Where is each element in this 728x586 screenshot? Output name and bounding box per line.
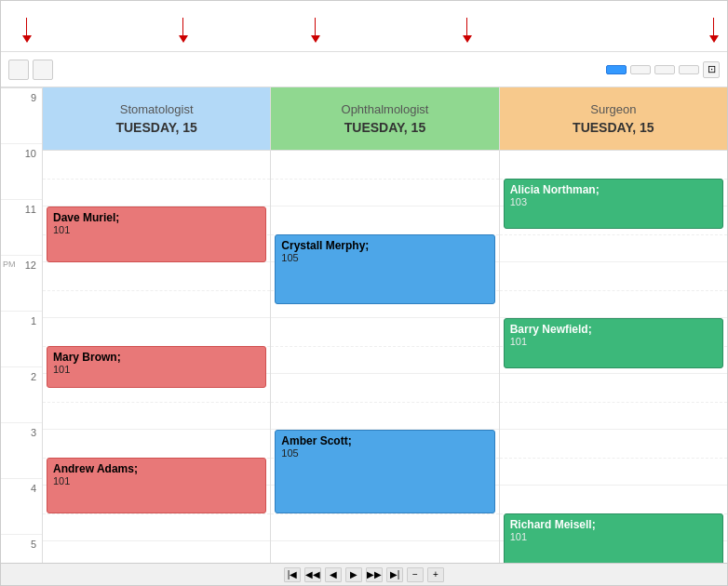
time-slot-11: 11 <box>1 200 42 256</box>
resource-name-stomatologist: Stomatologist <box>120 102 194 116</box>
time-slot-12: PM12 <box>1 256 42 312</box>
calendar-dropdown-button[interactable] <box>72 60 92 80</box>
prev-jump-button[interactable]: ◀◀ <box>304 567 321 582</box>
resource-date-stomatologist: TUESDAY, 15 <box>115 120 196 135</box>
resource-name-surgeon: Surgeon <box>590 102 636 116</box>
appointment-room: 101 <box>53 475 260 486</box>
grid-half-slot <box>43 402 270 403</box>
resource-header-surgeon: SurgeonTUESDAY, 15 <box>500 87 727 151</box>
zoom-in-button[interactable]: + <box>427 567 444 582</box>
resource-body-surgeon: Alicia Northman;103Barry Newfield;101Ric… <box>500 151 727 563</box>
pm-label: PM <box>3 260 16 269</box>
resource-name-ophthalmologist: Ophthalmologist <box>342 102 429 116</box>
prev-button[interactable] <box>8 60 29 80</box>
grid-half-slot <box>271 346 498 347</box>
next-button[interactable] <box>33 60 53 80</box>
month-view-button[interactable] <box>679 65 699 74</box>
resource-body-stomatologist: Dave Muriel;101Mary Brown;101Andrew Adam… <box>43 151 270 563</box>
grid-half-slot <box>500 234 727 235</box>
resource-body-ophthalmologist: Crystall Merphy;105Amber Scott;105 <box>271 151 498 563</box>
appointment-name: Alicia Northman; <box>510 183 717 196</box>
grid-slot <box>43 541 270 563</box>
resource-column-ophthalmologist: OphthalmologistTUESDAY, 15Crystall Merph… <box>271 87 499 563</box>
zoom-out-button[interactable]: − <box>407 567 424 582</box>
time-slot-10: 10 <box>1 144 42 200</box>
appointment-richard-meisell[interactable]: Richard Meisell;101 <box>504 513 723 563</box>
appointment-name: Barry Newfield; <box>510 323 717 336</box>
grid-half-slot <box>271 402 498 403</box>
appointment-name: Mary Brown; <box>53 351 260 364</box>
next-page-button[interactable]: ▶ <box>345 567 362 582</box>
time-slot-4: 4 <box>1 479 42 535</box>
prev-page-button[interactable]: ◀ <box>325 567 342 582</box>
work-week-view-button[interactable] <box>630 65 651 74</box>
annotation-bar <box>1 1 727 52</box>
time-column: 91011PM1212345 <box>1 87 43 563</box>
appointment-crystall-merphy[interactable]: Crystall Merphy;105 <box>275 234 494 304</box>
appointment-alicia-northman[interactable]: Alicia Northman;103 <box>504 179 723 229</box>
appointment-barry-newfield[interactable]: Barry Newfield;101 <box>504 318 723 368</box>
appointment-room: 101 <box>53 364 260 375</box>
time-slot-2: 2 <box>1 367 42 423</box>
time-slot-1: 1 <box>1 312 42 367</box>
appointment-room: 101 <box>510 336 717 347</box>
appointment-room: 103 <box>510 196 717 207</box>
time-slot-3: 3 <box>1 423 42 479</box>
grid-slot <box>271 541 498 563</box>
next-jump-button[interactable]: ▶▶ <box>366 567 383 582</box>
first-page-button[interactable]: |◀ <box>284 567 301 582</box>
toolbar: ⊡ <box>1 52 727 87</box>
appointment-name: Amber Scott; <box>281 434 488 447</box>
resource-date-surgeon: TUESDAY, 15 <box>573 120 654 135</box>
appointment-name: Crystall Merphy; <box>281 239 488 252</box>
grid-half-slot <box>500 458 727 459</box>
grid-half-slot <box>500 290 727 291</box>
appointment-andrew-adams[interactable]: Andrew Adams;101 <box>47 458 266 513</box>
grid-half-slot <box>43 179 270 180</box>
resource-header-ophthalmologist: OphthalmologistTUESDAY, 15 <box>271 87 498 151</box>
appointment-room: 101 <box>53 224 260 235</box>
calendar-app: ⊡ 91011PM1212345 StomatologistTUESDAY, 1… <box>0 0 728 586</box>
appointment-name: Andrew Adams; <box>53 462 260 475</box>
grid-half-slot <box>271 179 498 180</box>
appointment-room: 101 <box>510 531 717 542</box>
grid-half-slot <box>271 513 498 514</box>
appointment-amber-scott[interactable]: Amber Scott;105 <box>275 430 494 513</box>
resource-date-ophthalmologist: TUESDAY, 15 <box>344 120 425 135</box>
last-page-button[interactable]: ▶| <box>386 567 403 582</box>
columns-wrapper[interactable]: StomatologistTUESDAY, 15Dave Muriel;101M… <box>43 87 727 563</box>
appointment-name: Richard Meisell; <box>510 518 717 531</box>
appointment-room: 105 <box>281 447 488 459</box>
grid-half-slot <box>43 513 270 514</box>
resource-column-stomatologist: StomatologistTUESDAY, 15Dave Muriel;101M… <box>43 87 271 563</box>
appointment-room: 105 <box>281 252 488 263</box>
week-view-button[interactable] <box>654 65 675 74</box>
grid-half-slot <box>43 290 270 291</box>
calendar-area: 91011PM1212345 StomatologistTUESDAY, 15D… <box>1 87 727 563</box>
appointment-mary-brown[interactable]: Mary Brown;101 <box>47 346 266 388</box>
time-slot-9: 9 <box>1 88 42 144</box>
resource-column-surgeon: SurgeonTUESDAY, 15Alicia Northman;103Bar… <box>500 87 727 563</box>
appointment-name: Dave Muriel; <box>53 211 260 224</box>
day-view-button[interactable] <box>606 65 627 74</box>
time-slot-5: 5 <box>1 535 42 563</box>
grid-half-slot <box>500 402 727 403</box>
resource-header-stomatologist: StomatologistTUESDAY, 15 <box>43 87 270 151</box>
view-selector-button[interactable]: ⊡ <box>703 61 720 78</box>
appointment-dave-muriel[interactable]: Dave Muriel;101 <box>47 206 266 262</box>
bottom-navigation-bar: |◀◀◀◀▶▶▶▶|−+ <box>1 563 727 585</box>
